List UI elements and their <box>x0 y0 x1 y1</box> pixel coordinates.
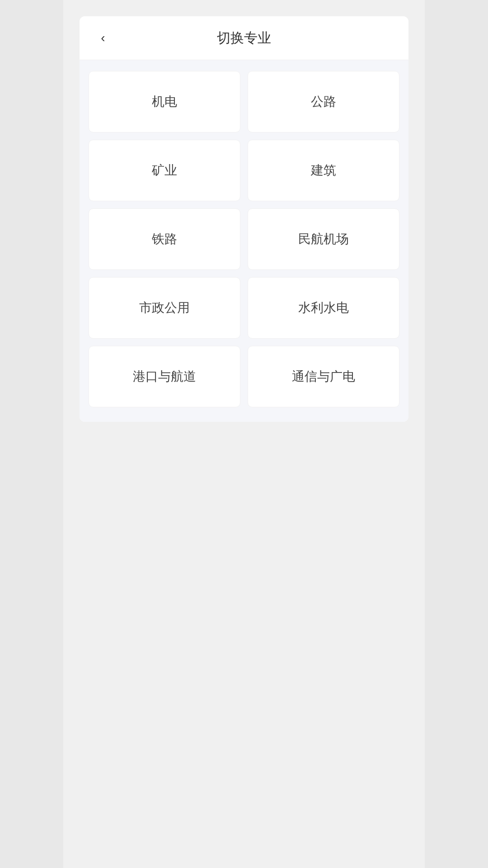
back-icon: ‹ <box>101 32 105 44</box>
grid-item-jianzhu[interactable]: 建筑 <box>248 140 399 201</box>
grid-item-label-gangkou: 港口与航道 <box>133 368 196 385</box>
grid-item-label-jidian: 机电 <box>152 93 177 110</box>
main-card: ‹ 切换专业 机电公路矿业建筑铁路民航机场市政公用水利水电港口与航道通信与广电 <box>80 16 408 422</box>
grid-item-tielu[interactable]: 铁路 <box>89 208 240 270</box>
grid-item-gonglu[interactable]: 公路 <box>248 71 399 132</box>
page-title: 切换专业 <box>217 29 271 47</box>
app-container: ‹ 切换专业 机电公路矿业建筑铁路民航机场市政公用水利水电港口与航道通信与广电 <box>63 0 425 868</box>
back-button[interactable]: ‹ <box>94 29 112 47</box>
grid-item-kuangye[interactable]: 矿业 <box>89 140 240 201</box>
grid-item-gangkou[interactable]: 港口与航道 <box>89 346 240 407</box>
grid-item-shizheng[interactable]: 市政公用 <box>89 277 240 339</box>
specialty-grid: 机电公路矿业建筑铁路民航机场市政公用水利水电港口与航道通信与广电 <box>89 71 399 407</box>
header: ‹ 切换专业 <box>80 16 408 60</box>
grid-item-jidian[interactable]: 机电 <box>89 71 240 132</box>
grid-item-shuili[interactable]: 水利水电 <box>248 277 399 339</box>
grid-item-tongxin[interactable]: 通信与广电 <box>248 346 399 407</box>
grid-item-minhang[interactable]: 民航机场 <box>248 208 399 270</box>
grid-item-label-kuangye: 矿业 <box>152 162 177 179</box>
grid-container: 机电公路矿业建筑铁路民航机场市政公用水利水电港口与航道通信与广电 <box>80 60 408 422</box>
grid-item-label-gonglu: 公路 <box>311 93 336 110</box>
grid-item-label-tongxin: 通信与广电 <box>292 368 355 385</box>
grid-item-label-shizheng: 市政公用 <box>139 299 190 316</box>
grid-item-label-jianzhu: 建筑 <box>311 162 336 179</box>
grid-item-label-shuili: 水利水电 <box>298 299 349 316</box>
grid-item-label-tielu: 铁路 <box>152 231 177 248</box>
grid-item-label-minhang: 民航机场 <box>298 231 349 248</box>
